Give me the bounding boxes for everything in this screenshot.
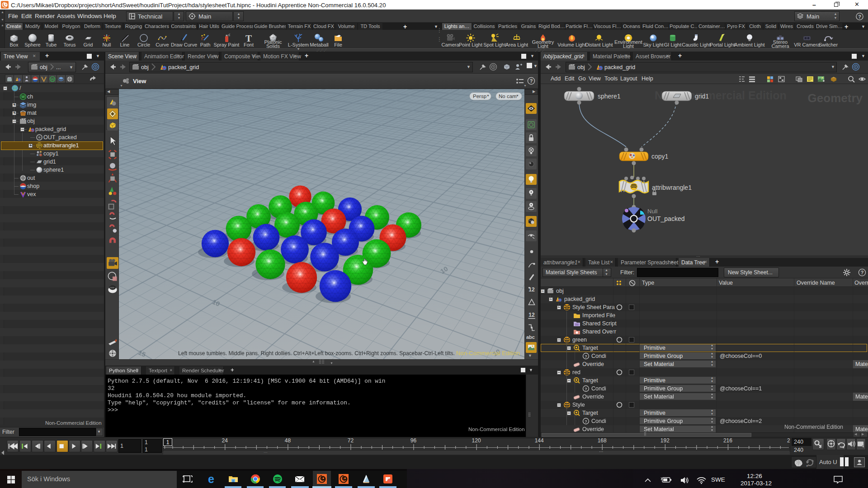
svg-text:168: 168 bbox=[598, 437, 607, 444]
svg-text:e: e bbox=[208, 474, 214, 484]
svg-text:24: 24 bbox=[222, 437, 228, 444]
svg-text:216: 216 bbox=[723, 437, 732, 444]
svg-text:48: 48 bbox=[285, 437, 291, 444]
svg-text:72: 72 bbox=[348, 437, 354, 444]
svg-text:144: 144 bbox=[535, 437, 544, 444]
svg-text:2: 2 bbox=[787, 437, 790, 444]
svg-text:120: 120 bbox=[472, 437, 481, 444]
svg-text:96: 96 bbox=[410, 437, 417, 444]
svg-text:192: 192 bbox=[660, 437, 670, 444]
